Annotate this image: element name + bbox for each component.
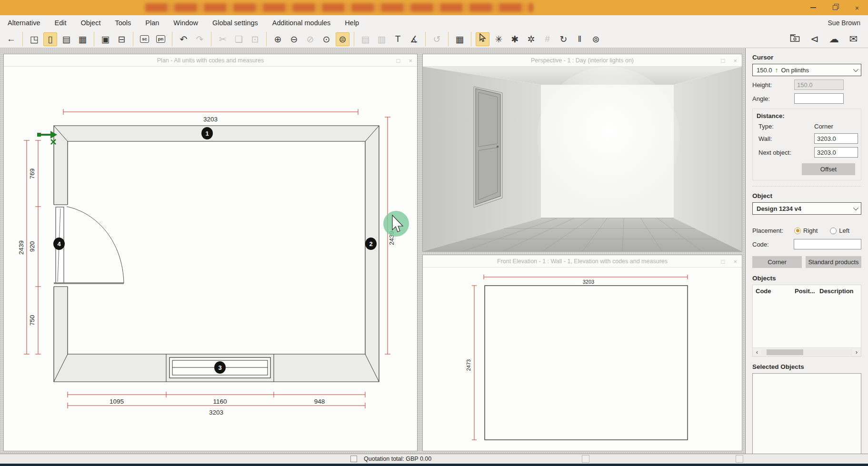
mouse-cursor-highlight xyxy=(383,211,409,237)
plan-canvas[interactable]: 3203 1095 1160 948 3203 xyxy=(4,67,417,451)
elevation-canvas[interactable]: 3203 2473 xyxy=(423,268,742,451)
send-button[interactable]: ⊲ xyxy=(808,32,821,46)
statusbar-divider xyxy=(582,455,589,463)
placement-left-option[interactable]: Left xyxy=(830,227,849,234)
object-dropdown[interactable]: Design 1234 v4 xyxy=(752,202,861,215)
print-button[interactable]: ⊟ xyxy=(115,32,129,46)
next-object-field[interactable] xyxy=(814,147,858,158)
view-door-button[interactable]: ▯ xyxy=(43,32,57,46)
view-plan-icon: ◳ xyxy=(30,34,39,45)
radio-selected-icon xyxy=(794,228,801,234)
undo-button[interactable]: ↶ xyxy=(177,32,190,46)
scrollbar-track[interactable] xyxy=(761,349,852,355)
plan-close-button[interactable]: × xyxy=(409,57,412,64)
dimension-tool-button[interactable]: ∡ xyxy=(407,32,421,46)
perspective-canvas[interactable] xyxy=(423,67,742,251)
wall-marker-4[interactable]: 4 xyxy=(53,238,65,250)
zoom-extents-button[interactable]: ⊜ xyxy=(336,32,349,46)
mail-button[interactable]: ✉ xyxy=(847,32,860,46)
cut-button[interactable]: ✂ xyxy=(216,32,229,46)
objects-hscrollbar[interactable]: ‹ › xyxy=(753,347,861,356)
save-button[interactable]: ▣ xyxy=(99,32,112,46)
wall-marker-3[interactable]: 3 xyxy=(214,361,226,374)
copy-button[interactable]: ❏ xyxy=(232,32,246,46)
perspective-window-titlebar[interactable]: Perspective - 1 : Day (interior lights o… xyxy=(423,54,742,67)
perspective-window-title: Perspective - 1 : Day (interior lights o… xyxy=(423,57,742,64)
menu-edit[interactable]: Edit xyxy=(48,15,74,30)
wall-marker-2[interactable]: 2 xyxy=(365,238,377,250)
view-elevation-grid-button[interactable]: ▦ xyxy=(76,32,90,46)
plan-maximize-button[interactable]: □ xyxy=(397,57,400,64)
cursor-height-dropdown[interactable]: 150.0 ↑ On plinths xyxy=(752,64,861,76)
scrollbar-thumb[interactable] xyxy=(767,349,803,355)
zoom-extents-icon: ⊜ xyxy=(339,34,347,45)
distribute-objects-button[interactable]: ‖ xyxy=(573,32,587,46)
rotate-object-button[interactable]: ↻ xyxy=(557,32,570,46)
elevation-window-titlebar[interactable]: Front Elevation - 1 : Wall - 1, Elevatio… xyxy=(423,255,742,268)
tape-measure-button[interactable]: ⊚ xyxy=(589,32,603,46)
elevation-maximize-button[interactable]: □ xyxy=(721,258,725,265)
dim-label-b2: 1160 xyxy=(213,398,227,405)
minimize-button[interactable] xyxy=(808,2,818,13)
menu-alternative[interactable]: Alternative xyxy=(0,15,48,30)
perspective-maximize-button[interactable]: □ xyxy=(721,57,725,64)
text-tool-button[interactable]: T xyxy=(391,32,405,46)
menu-tools[interactable]: Tools xyxy=(108,15,138,30)
close-button[interactable]: × xyxy=(852,2,862,13)
calculator-button[interactable]: ▦ xyxy=(453,32,467,46)
wall-marker-1[interactable]: 1 xyxy=(201,127,213,139)
snap-wall-button[interactable]: ✱ xyxy=(508,32,522,46)
objects-table-body[interactable] xyxy=(753,297,861,347)
menu-plan[interactable]: Plan xyxy=(138,15,166,30)
scale-badge-button[interactable]: sc xyxy=(138,32,151,46)
wall-field[interactable] xyxy=(814,133,858,144)
placement-right-option[interactable]: Right xyxy=(794,227,818,234)
snap-angle-button[interactable]: ✲ xyxy=(524,32,538,46)
elev-dim-left xyxy=(472,286,477,440)
view-elevation-button[interactable]: ▤ xyxy=(60,32,73,46)
menu-global-settings[interactable]: Global settings xyxy=(205,15,265,30)
toolbar: ←◳▯▤▦▣⊟scpn↶↷✂❏⊡⊕⊖⊘⊙⊜▤▥T∡↺▦✳✱✲#↻‖⊚ ⊲☁✉ xyxy=(0,30,868,48)
comments-button[interactable]: ▥ xyxy=(375,32,389,46)
select-pointer-button[interactable] xyxy=(476,32,489,46)
menu-help[interactable]: Help xyxy=(338,15,366,30)
zoom-previous-button[interactable]: ⊘ xyxy=(303,32,317,46)
column-code[interactable]: Code xyxy=(756,288,795,295)
offset-button[interactable]: Offset xyxy=(802,163,855,175)
snap-grid-button[interactable]: # xyxy=(540,32,554,46)
dim-label-top: 3203 xyxy=(203,116,218,123)
restore-button[interactable] xyxy=(830,2,840,13)
menu-window[interactable]: Window xyxy=(166,15,205,30)
notes-button[interactable]: ▤ xyxy=(359,32,372,46)
elevation-close-button[interactable]: × xyxy=(733,258,737,265)
view-plan-button[interactable]: ◳ xyxy=(27,32,41,46)
height-field[interactable] xyxy=(794,79,844,90)
corner-button[interactable]: Corner xyxy=(752,256,802,268)
column-description[interactable]: Description xyxy=(819,288,858,295)
perspective-close-button[interactable]: × xyxy=(733,57,737,64)
zoom-out-button[interactable]: ⊖ xyxy=(287,32,301,46)
scroll-right-icon[interactable]: › xyxy=(852,348,861,356)
paste-button[interactable]: ⊡ xyxy=(248,32,262,46)
plan-window-titlebar[interactable]: Plan - All units with codes and measures… xyxy=(4,54,417,67)
menu-object[interactable]: Object xyxy=(74,15,108,30)
pan-badge-button[interactable]: pn xyxy=(154,32,168,46)
refresh-button[interactable]: ↺ xyxy=(430,32,444,46)
selected-objects-box[interactable] xyxy=(752,373,861,455)
zoom-in-button[interactable]: ⊕ xyxy=(271,32,285,46)
cloud-sync-button[interactable]: ☁ xyxy=(827,32,841,46)
redo-button[interactable]: ↷ xyxy=(193,32,207,46)
notes-icon: ▤ xyxy=(361,34,370,45)
text-tool-icon: T xyxy=(395,34,401,44)
code-field[interactable] xyxy=(794,239,861,249)
standard-products-button[interactable]: Standard products xyxy=(806,256,861,268)
scroll-left-icon[interactable]: ‹ xyxy=(753,348,761,356)
zoom-window-button[interactable]: ⊙ xyxy=(319,32,333,46)
snap-object-button[interactable]: ✳ xyxy=(492,32,506,46)
back-button[interactable]: ← xyxy=(4,32,18,46)
cut-icon: ✂ xyxy=(219,34,227,45)
angle-field[interactable] xyxy=(794,93,844,104)
menu-additional-modules[interactable]: Additional modules xyxy=(265,15,338,30)
column-position[interactable]: Posit... xyxy=(795,288,819,295)
archive-button[interactable] xyxy=(788,32,802,46)
